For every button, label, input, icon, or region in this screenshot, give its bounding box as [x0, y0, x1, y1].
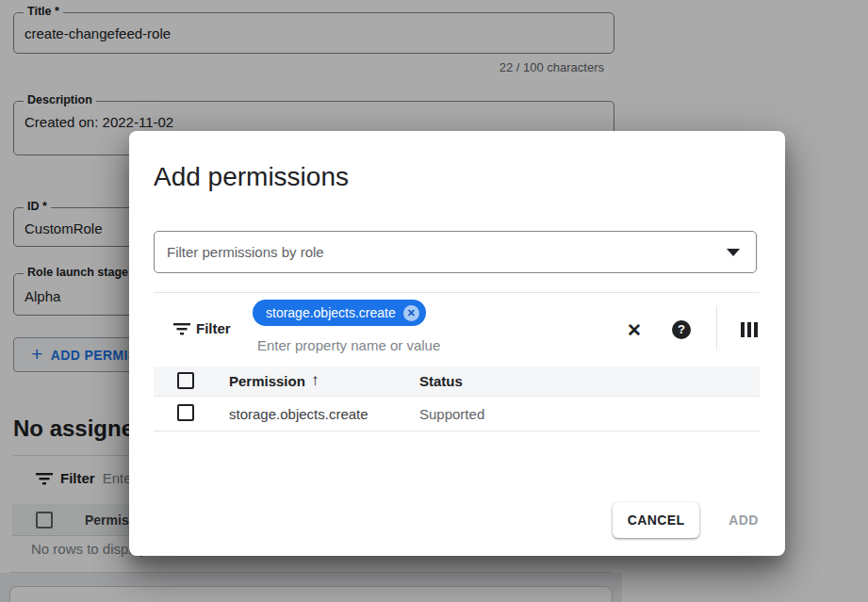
- dialog-select-all-checkbox[interactable]: [177, 372, 194, 389]
- filter-chip[interactable]: storage.objects.create ✕: [253, 300, 426, 326]
- sort-ascending-icon[interactable]: ↑: [311, 371, 319, 390]
- chip-remove-icon[interactable]: ✕: [403, 305, 419, 321]
- dialog-filter-toolbar: Filter storage.objects.create ✕ Enter pr…: [154, 293, 760, 366]
- help-icon: ?: [672, 320, 691, 339]
- permission-column-header[interactable]: Permission: [229, 373, 305, 389]
- create-role-page: Title * create-changefeed-role 22 / 100 …: [0, 0, 868, 602]
- filter-chip-label: storage.objects.create: [266, 305, 396, 320]
- add-button[interactable]: ADD: [714, 502, 773, 538]
- dialog-filter-input[interactable]: Enter property name or value: [257, 337, 440, 353]
- clear-icon: ✕: [627, 321, 642, 339]
- add-permissions-dialog: Add permissions Filter permissions by ro…: [129, 131, 785, 556]
- filter-permissions-by-role-select[interactable]: Filter permissions by role: [154, 231, 757, 273]
- row-status-value: Supported: [419, 406, 484, 422]
- dialog-title: Add permissions: [154, 162, 349, 192]
- filter-icon: [173, 322, 190, 335]
- dialog-filter-label: Filter: [196, 320, 231, 336]
- row-checkbox[interactable]: [177, 404, 194, 421]
- status-column-header[interactable]: Status: [419, 373, 463, 389]
- row-permission-value: storage.objects.create: [229, 406, 368, 422]
- filter-help-button[interactable]: ?: [670, 318, 693, 341]
- column-display-options-button[interactable]: [738, 318, 761, 341]
- clear-filters-button[interactable]: ✕: [623, 318, 646, 341]
- toolbar-vertical-divider: [716, 306, 717, 350]
- role-select-placeholder: Filter permissions by role: [167, 244, 727, 260]
- permission-table-row[interactable]: storage.objects.create Supported: [154, 397, 760, 431]
- dialog-table-header: Permission ↑ Status: [154, 366, 760, 397]
- dialog-filter-group: Filter: [173, 320, 231, 336]
- chevron-down-icon: [727, 249, 740, 256]
- columns-icon: [741, 322, 758, 337]
- cancel-button[interactable]: CANCEL: [613, 502, 699, 538]
